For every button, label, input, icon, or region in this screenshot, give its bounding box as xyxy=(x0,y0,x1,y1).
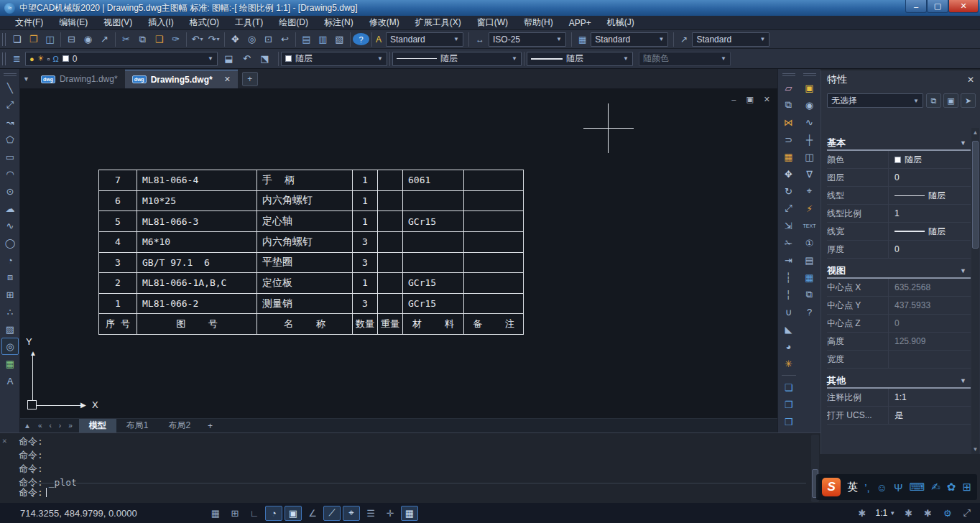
punctuation-icon[interactable]: ’, xyxy=(864,481,870,494)
object-snap-toggle[interactable]: ▣ xyxy=(285,506,302,521)
layer-states-icon[interactable]: ▥ xyxy=(315,32,331,47)
command-close-icon[interactable]: ✕ xyxy=(2,436,7,445)
command-input[interactable]: 命令: xyxy=(19,483,806,500)
toolbar-drag-handle[interactable] xyxy=(2,33,6,46)
polyline-icon[interactable]: ↝ xyxy=(1,114,19,131)
property-value[interactable]: 1 xyxy=(889,208,900,218)
polar-tracking-toggle[interactable]: ◔ xyxy=(265,506,282,521)
menu-item[interactable]: 扩展工具(X) xyxy=(407,16,469,30)
insert-block-icon[interactable]: ⧈ xyxy=(1,269,19,286)
layer-combo[interactable]: ●☀▫Ω 0 ▼ xyxy=(25,52,218,66)
scroll-down-icon[interactable]: ▼ xyxy=(971,446,979,453)
layout-tab-模型[interactable]: 模型 xyxy=(79,419,116,433)
redo-icon[interactable]: ↷▾ xyxy=(205,32,222,47)
break-at-point-icon[interactable]: ┆ xyxy=(780,269,798,286)
last-layout-icon[interactable]: » xyxy=(65,422,76,430)
bring-to-front-icon[interactable]: ❏ xyxy=(780,379,798,396)
doc-minimize-icon[interactable]: – xyxy=(731,95,736,104)
select-objects-icon[interactable]: ▣ xyxy=(943,93,958,108)
mirror-icon[interactable]: ⋈ xyxy=(780,114,798,131)
copy-clip-icon[interactable]: ⧉ xyxy=(134,32,151,47)
grid-display-toggle[interactable]: ▦ xyxy=(207,506,224,521)
chamfer-icon[interactable]: ◣ xyxy=(780,320,798,338)
section-header-其他[interactable]: 其他▼ xyxy=(827,374,971,389)
expand-command-history-icon[interactable]: ▲ xyxy=(20,422,34,430)
trim-icon[interactable]: ✁ xyxy=(780,234,798,251)
soft-keyboard-icon[interactable]: ⌨ xyxy=(910,481,925,494)
menu-item[interactable]: 修改(M) xyxy=(361,16,407,30)
close-button[interactable]: ✕ xyxy=(948,0,979,13)
sheet-copy-icon[interactable]: ⧉ xyxy=(801,286,818,303)
fullscreen-icon[interactable]: ⤢ xyxy=(961,506,973,521)
help-doc-icon[interactable]: ? xyxy=(801,303,818,320)
menu-item[interactable]: 文件(F) xyxy=(7,16,51,30)
doc-restore-icon[interactable]: ▣ xyxy=(746,95,753,104)
properties-scrollbar[interactable]: ▲ ▼ xyxy=(971,128,979,454)
plot-icon[interactable]: ⊟ xyxy=(63,32,80,47)
weld-symbol-icon[interactable]: ⚡ xyxy=(801,200,818,217)
lineweight-display-toggle[interactable]: ∠ xyxy=(304,506,321,521)
menu-item[interactable]: 帮助(H) xyxy=(516,16,561,30)
detail-view-icon[interactable]: ◉ xyxy=(801,96,818,114)
dynamic-input-toggle[interactable]: ⌖ xyxy=(343,506,360,521)
tab-close-icon[interactable]: ✕ xyxy=(224,75,231,84)
point-icon[interactable]: ∴ xyxy=(1,303,19,320)
image-insert-icon[interactable]: ▣ xyxy=(801,79,818,96)
toolbox-icon[interactable]: ⊞ xyxy=(962,481,971,494)
quick-select-icon[interactable]: ⧉ xyxy=(926,93,941,108)
spline-icon[interactable]: ∿ xyxy=(1,217,19,234)
menu-item[interactable]: 视图(V) xyxy=(96,16,140,30)
menu-item[interactable]: 标注(N) xyxy=(316,16,361,30)
dim-style-combo[interactable]: ISO-25▼ xyxy=(489,32,566,47)
new-file-icon[interactable]: ❏ xyxy=(9,32,25,47)
table-icon[interactable]: ▦ xyxy=(1,355,19,372)
undo-icon[interactable]: ↶▾ xyxy=(189,32,205,47)
menu-item[interactable]: 编辑(E) xyxy=(51,16,96,30)
color-combo[interactable]: 随层 ▼ xyxy=(281,52,387,66)
erase-icon[interactable]: ▱ xyxy=(780,79,798,96)
annotation-scale-button[interactable]: 1:1 ▼ xyxy=(876,508,896,518)
annotation-autoscale-icon[interactable]: ✱ xyxy=(902,506,915,521)
bring-above-objects-icon[interactable]: ❒ xyxy=(780,413,798,430)
menu-item[interactable]: 工具(T) xyxy=(227,16,271,30)
add-isolate-icon[interactable]: ✛ xyxy=(382,506,399,521)
balloon-icon[interactable]: ① xyxy=(801,234,818,251)
menu-item[interactable]: 绘图(D) xyxy=(271,16,316,30)
title-block-icon[interactable]: ▤ xyxy=(801,251,818,269)
section-header-视图[interactable]: 视图▼ xyxy=(827,264,971,279)
save-icon[interactable]: ◫ xyxy=(42,32,58,47)
layer-isolate-icon[interactable]: ⬔ xyxy=(256,51,273,67)
customization-menu-icon[interactable]: ☰ xyxy=(362,506,379,521)
rotate-icon[interactable]: ↻ xyxy=(780,182,798,200)
model-space-toggle[interactable]: ▦ xyxy=(401,506,418,521)
rectangle-icon[interactable]: ▭ xyxy=(1,148,19,165)
break-line-icon[interactable]: ∿ xyxy=(801,114,818,131)
explode-icon[interactable]: ✳ xyxy=(780,355,798,372)
layout-tab-布局2[interactable]: 布局2 xyxy=(158,419,200,433)
skin-icon[interactable]: ✿ xyxy=(947,481,956,494)
arc-icon[interactable]: ◠ xyxy=(1,165,19,182)
handwriting-icon[interactable]: ✍ xyxy=(931,481,940,494)
publish-icon[interactable]: ↗ xyxy=(96,32,113,47)
property-value[interactable]: 是 xyxy=(889,409,903,422)
help-icon[interactable]: ? xyxy=(353,33,369,45)
menu-item[interactable]: 机械(J) xyxy=(599,16,642,30)
drawing-canvas[interactable]: –▣✕ 7ML81-066-4手 柄160616M10*25内六角螺钉15ML8… xyxy=(20,89,777,432)
mtext-icon[interactable]: A xyxy=(1,372,19,389)
layer-properties-manager-icon[interactable]: ≣ xyxy=(9,51,25,67)
menu-item[interactable]: 格式(O) xyxy=(182,16,227,30)
send-to-back-icon[interactable]: ❐ xyxy=(780,396,798,413)
menu-item[interactable]: APP+ xyxy=(561,16,599,30)
toolbar-drag-handle[interactable] xyxy=(782,73,795,76)
circle-icon[interactable]: ⊙ xyxy=(1,182,19,200)
new-document-button[interactable]: + xyxy=(242,72,258,86)
toolbar-drag-handle[interactable] xyxy=(803,73,816,76)
pan-icon[interactable]: ✥ xyxy=(227,32,244,47)
menu-item[interactable]: 窗口(W) xyxy=(469,16,516,30)
move-icon[interactable]: ✥ xyxy=(780,165,798,182)
zoom-realtime-icon[interactable]: ◎ xyxy=(244,32,260,47)
ortho-mode-toggle[interactable]: ∟ xyxy=(246,506,263,521)
symmetry-icon[interactable]: ◫ xyxy=(801,148,818,165)
text-style-combo[interactable]: Standard▼ xyxy=(386,32,463,47)
document-tab[interactable]: dwgDrawing5.dwg*✕ xyxy=(125,70,238,88)
